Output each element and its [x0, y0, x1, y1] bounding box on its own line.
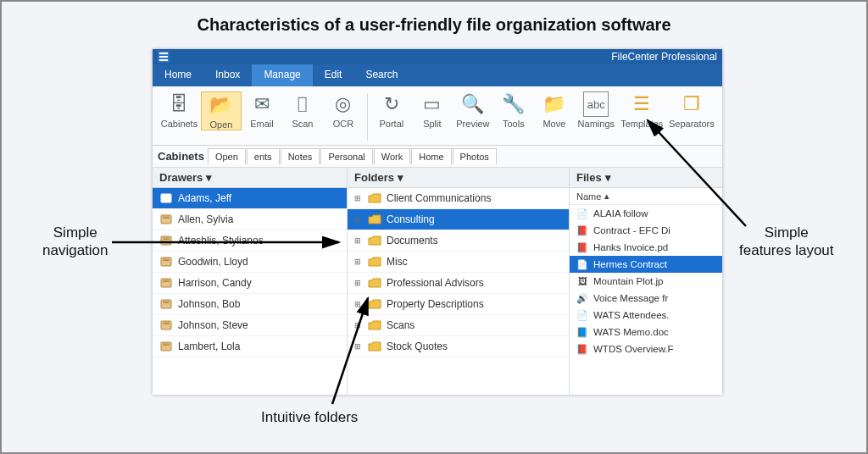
- drawer-row[interactable]: Lambert, Lola: [153, 336, 347, 357]
- file-name: ALAIA follow: [593, 208, 648, 219]
- file-row[interactable]: 📕WTDS Overview.F: [570, 340, 722, 357]
- file-row[interactable]: 📘WATS Memo.doc: [570, 324, 722, 340]
- expand-icon[interactable]: ⊞: [354, 236, 363, 245]
- file-row[interactable]: 📄ALAIA follow: [570, 205, 722, 222]
- folder-row[interactable]: ⊞Misc: [348, 252, 569, 273]
- drawer-label: Johnson, Bob: [178, 298, 240, 310]
- chevron-down-icon: ▾: [605, 171, 611, 184]
- expand-icon[interactable]: ⊞: [354, 194, 363, 202]
- drawer-row[interactable]: Goodwin, Lloyd: [153, 252, 347, 273]
- ribbon-scan[interactable]: ⌷Scan: [282, 91, 323, 129]
- folder-icon: [368, 276, 381, 290]
- file-type-icon: 📄: [576, 208, 588, 219]
- file-row[interactable]: 🔊Voice Message fr: [570, 290, 722, 307]
- expand-icon[interactable]: ⊞: [354, 279, 363, 287]
- drawer-row[interactable]: Johnson, Bob: [153, 294, 347, 315]
- drawer-row[interactable]: Johnson, Steve: [153, 315, 347, 336]
- callout-simple-navigation: Simple navigation: [42, 224, 108, 260]
- ribbon-namings[interactable]: abcNamings: [575, 91, 618, 129]
- wrench-icon: 🔧: [501, 91, 526, 117]
- file-type-icon: 🖼: [576, 275, 588, 287]
- ribbon-portal[interactable]: ↻Portal: [371, 91, 412, 129]
- drawers-header[interactable]: Drawers ▾: [153, 168, 347, 188]
- ribbon-toolbar: 🗄Cabinets 📂Open ✉Email ⌷Scan ◎OCR ↻Porta…: [153, 86, 722, 146]
- drawer-icon: [159, 340, 173, 353]
- drawer-label: Atteshlis, Stylianos: [178, 235, 264, 246]
- tab-edit[interactable]: Edit: [313, 64, 354, 86]
- tab-manage[interactable]: Manage: [252, 64, 312, 86]
- folder-icon: [368, 255, 381, 269]
- cabtab-personal[interactable]: Personal: [320, 148, 372, 164]
- cabtab-work[interactable]: Work: [374, 148, 410, 164]
- ribbon-ocr[interactable]: ◎OCR: [323, 91, 364, 129]
- ribbon-tools[interactable]: 🔧Tools: [493, 91, 534, 129]
- drawer-label: Allen, Sylvia: [178, 213, 233, 225]
- file-name: WATS Memo.doc: [593, 327, 669, 337]
- files-header[interactable]: Files ▾: [570, 168, 722, 188]
- ribbon-preview[interactable]: 🔍Preview: [453, 91, 493, 129]
- ribbon-separators[interactable]: ❐Separators: [666, 91, 717, 129]
- ribbon-open[interactable]: 📂Open: [201, 91, 242, 130]
- folder-row[interactable]: ⊞Scans: [348, 315, 569, 336]
- ribbon-separator: [367, 93, 368, 141]
- folder-label: Documents: [387, 235, 438, 246]
- folder-icon: [368, 297, 381, 311]
- folder-row[interactable]: ⊞Professional Advisors: [348, 273, 569, 294]
- file-row[interactable]: 🖼Mountain Plot.jp: [570, 273, 722, 290]
- menu-icon[interactable]: [158, 51, 170, 63]
- folder-open-icon: 📂: [209, 92, 234, 118]
- files-pane: Files ▾ Name ▴ 📄ALAIA follow📕Contract - …: [570, 168, 722, 395]
- file-row[interactable]: 📕Contract - EFC Di: [570, 222, 722, 239]
- drawer-row[interactable]: Allen, Sylvia: [153, 209, 347, 230]
- main-tabs: Home Inbox Manage Edit Search: [153, 64, 722, 86]
- cabtab-ents[interactable]: ents: [247, 148, 280, 164]
- drawer-row[interactable]: Adams, Jeff: [153, 188, 347, 209]
- drawer-row[interactable]: Harrison, Candy: [153, 273, 347, 294]
- cabtab-open[interactable]: Open: [208, 148, 246, 164]
- callout-intuitive-folders: Intuitive folders: [261, 408, 358, 426]
- ribbon-email[interactable]: ✉Email: [242, 91, 282, 129]
- folder-row[interactable]: ⊞Documents: [348, 230, 569, 252]
- expand-icon[interactable]: ⊞: [354, 342, 363, 351]
- app-brand: FileCenter Professional: [611, 51, 717, 63]
- svg-rect-9: [164, 280, 169, 282]
- folder-row[interactable]: ⊞Stock Quotes: [348, 336, 569, 357]
- drawer-icon: [159, 276, 173, 290]
- file-row[interactable]: 📄Hermes Contract: [570, 256, 722, 273]
- folder-row[interactable]: ⊞Consulting: [348, 209, 569, 230]
- folder-label: Property Descriptions: [387, 298, 484, 310]
- scanner-icon: ⌷: [290, 91, 315, 117]
- expand-icon[interactable]: ⊞: [354, 215, 363, 224]
- file-row[interactable]: 📄WATS Attendees.: [570, 307, 722, 324]
- expand-icon[interactable]: ⊞: [354, 321, 363, 329]
- cabtab-notes[interactable]: Notes: [281, 148, 320, 164]
- tab-search[interactable]: Search: [353, 64, 409, 86]
- folder-label: Misc: [387, 256, 408, 268]
- tab-home[interactable]: Home: [153, 64, 203, 86]
- folder-row[interactable]: ⊞Property Descriptions: [348, 294, 569, 315]
- portal-icon: ↻: [379, 91, 404, 117]
- drawer-label: Goodwin, Lloyd: [178, 256, 248, 268]
- folder-label: Professional Advisors: [387, 277, 484, 289]
- callout-simple-features: Simple features layout: [739, 224, 834, 260]
- files-name-column[interactable]: Name ▴: [570, 188, 722, 205]
- folder-icon: [368, 191, 381, 205]
- ribbon-split[interactable]: ▭Split: [412, 91, 453, 129]
- file-type-icon: 📘: [576, 326, 588, 338]
- folder-icon: [368, 318, 381, 332]
- file-row[interactable]: 📕Hanks Invoice.pd: [570, 239, 722, 256]
- ribbon-cabinets[interactable]: 🗄Cabinets: [158, 91, 201, 129]
- ribbon-move[interactable]: 📁Move: [534, 91, 575, 129]
- cabtab-photos[interactable]: Photos: [453, 148, 497, 164]
- svg-rect-3: [164, 217, 169, 219]
- tab-inbox[interactable]: Inbox: [203, 64, 252, 86]
- folders-header[interactable]: Folders ▾: [348, 168, 569, 188]
- drawer-row[interactable]: Atteshlis, Stylianos: [153, 230, 347, 252]
- drawer-label: Adams, Jeff: [178, 192, 231, 204]
- drawer-label: Harrison, Candy: [178, 277, 252, 289]
- expand-icon[interactable]: ⊞: [354, 300, 363, 308]
- folder-row[interactable]: ⊞Client Communications: [348, 188, 569, 209]
- expand-icon[interactable]: ⊞: [354, 257, 363, 266]
- cabtab-home[interactable]: Home: [411, 148, 451, 164]
- ribbon-templates[interactable]: ☰Templates: [618, 91, 666, 129]
